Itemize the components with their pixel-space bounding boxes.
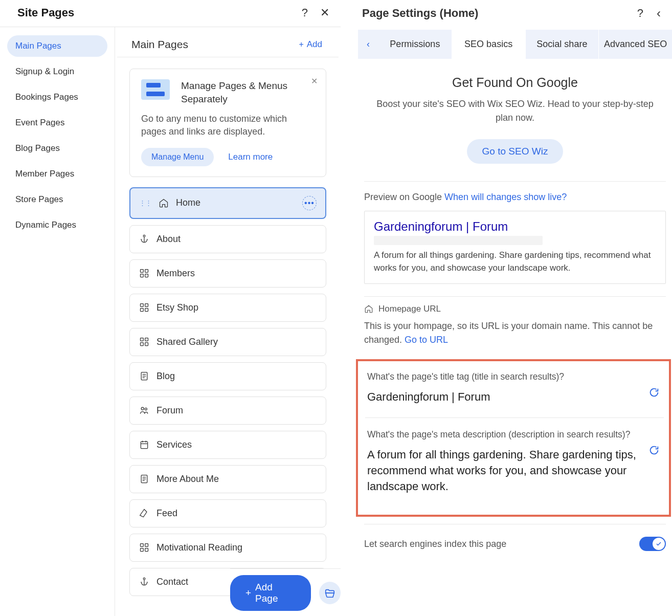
go-to-url-link[interactable]: Go to URL (405, 335, 448, 345)
page-item-etsy-shop[interactable]: Etsy Shop (129, 294, 326, 322)
preview-label: Preview on Google When will changes show… (364, 192, 666, 203)
pen-icon (139, 508, 149, 518)
tab-seo-basics[interactable]: SEO basics (452, 30, 526, 59)
google-preview-desc: A forum for all things gardening. Share … (374, 249, 656, 274)
left-header: Site Pages ? ✕ (0, 0, 341, 27)
page-icon (139, 371, 149, 381)
people-icon (139, 405, 149, 415)
info-card: ✕ Manage Pages & Menus Separately Go to … (129, 69, 326, 177)
google-preview-title: Gardeningforum | Forum (374, 219, 656, 234)
page-item-shared-gallery[interactable]: Shared Gallery (129, 328, 326, 356)
sidebar-item-blog[interactable]: Blog Pages (7, 138, 107, 159)
pages-heading: Main Pages (131, 38, 188, 51)
page-item-label: Contact (156, 577, 188, 587)
desc-reset-button[interactable] (648, 445, 661, 457)
sidebar: Main Pages Signup & Login Bookings Pages… (0, 27, 115, 616)
page-item-label: Blog (156, 371, 175, 382)
grid-icon (139, 268, 149, 278)
bottom-bar: +Add Page (230, 568, 341, 616)
page-item-label: Services (156, 439, 192, 450)
page-item-home[interactable]: ⋮⋮Home••• (129, 187, 326, 219)
page-item-label: More About Me (156, 474, 219, 485)
page-more-button[interactable]: ••• (302, 196, 317, 210)
grid-icon (139, 337, 149, 347)
right-header: Page Settings (Home) ? ‹ (358, 0, 672, 30)
title-tag-label: What's the page's title tag (title in se… (367, 371, 662, 382)
tab-permissions[interactable]: Permissions (378, 30, 452, 59)
tabs-scroll-left[interactable]: ‹ (358, 30, 378, 59)
sidebar-item-signup-login[interactable]: Signup & Login (7, 61, 107, 82)
meta-desc-value[interactable]: A forum for all things gardening. Share … (367, 447, 662, 494)
close-icon[interactable]: ✕ (320, 6, 329, 19)
drag-handle-icon[interactable]: ⋮⋮ (139, 199, 151, 207)
seo-hero: Get Found On Google Boost your site's SE… (362, 75, 668, 181)
sidebar-item-event[interactable]: Event Pages (7, 112, 107, 134)
page-list: ⋮⋮Home•••AboutMembersEtsy ShopShared Gal… (115, 187, 341, 616)
page-item-blog[interactable]: Blog (129, 362, 326, 390)
info-close-icon[interactable]: ✕ (311, 76, 318, 86)
grid-icon (139, 302, 149, 313)
add-page-link[interactable]: +Add (299, 39, 322, 50)
seo-hero-title: Get Found On Google (372, 75, 658, 90)
page-item-label: Feed (156, 508, 177, 519)
sidebar-item-dynamic[interactable]: Dynamic Pages (7, 214, 107, 236)
tab-advanced-seo[interactable]: Advanced SEO (599, 30, 672, 59)
index-toggle-row: Let search engines index this page (362, 524, 668, 551)
homepage-url-desc: This is your hompage, so its URL is your… (364, 319, 666, 347)
sidebar-item-member[interactable]: Member Pages (7, 163, 107, 185)
google-preview-section: Preview on Google When will changes show… (362, 182, 668, 296)
seo-hero-desc: Boost your site's SEO with Wix SEO Wiz. … (372, 97, 658, 125)
page-item-services[interactable]: Services (129, 431, 326, 459)
plus-icon: + (245, 587, 251, 599)
help-icon[interactable]: ? (637, 7, 643, 20)
manage-menu-button[interactable]: Manage Menu (141, 148, 214, 166)
chevron-left-icon[interactable]: ‹ (657, 6, 661, 20)
title-reset-button[interactable] (648, 387, 661, 399)
page-icon (139, 474, 149, 484)
page-item-more-about-me[interactable]: More About Me (129, 465, 326, 493)
site-pages-title: Site Pages (17, 6, 74, 19)
page-item-about[interactable]: About (129, 225, 326, 253)
grid-icon (139, 542, 149, 553)
info-title: Manage Pages & Menus Separately (181, 79, 315, 105)
page-item-members[interactable]: Members (129, 259, 326, 288)
pages-column: Main Pages +Add ✕ Manage Pages & Menus S… (115, 27, 341, 616)
meta-desc-field: What's the page's meta description (desc… (365, 427, 664, 503)
homepage-url-section: Homepage URL This is your hompage, so it… (362, 297, 668, 359)
index-toggle[interactable] (639, 537, 666, 551)
google-preview-url (374, 236, 543, 245)
meta-desc-label: What's the page's meta description (desc… (367, 429, 662, 440)
page-item-label: Etsy Shop (156, 302, 198, 313)
anchor-icon (139, 234, 149, 244)
home-icon (364, 304, 373, 314)
page-item-forum[interactable]: Forum (129, 397, 326, 425)
learn-more-link[interactable]: Learn more (228, 152, 273, 162)
page-item-label: Motivational Reading (156, 542, 242, 553)
page-item-feed[interactable]: Feed (129, 499, 326, 527)
page-settings-title: Page Settings (Home) (362, 7, 478, 20)
tabs-row: ‹ Permissions SEO basics Social share Ad… (358, 30, 672, 59)
page-item-label: Forum (156, 405, 183, 416)
plus-icon: + (299, 40, 303, 49)
anchor-icon (139, 577, 149, 587)
add-folder-button[interactable] (319, 582, 341, 604)
sidebar-item-bookings[interactable]: Bookings Pages (7, 86, 107, 108)
help-icon[interactable]: ? (302, 6, 308, 19)
sidebar-item-main-pages[interactable]: Main Pages (7, 35, 107, 57)
site-pages-panel: Site Pages ? ✕ Main Pages Signup & Login… (0, 0, 341, 616)
page-item-label: Shared Gallery (156, 337, 218, 347)
calendar-icon (139, 439, 149, 450)
title-tag-value[interactable]: Gardeningforum | Forum (367, 389, 662, 405)
changes-live-link[interactable]: When will changes show live? (444, 192, 567, 202)
tab-social-share[interactable]: Social share (526, 30, 599, 59)
title-tag-field: What's the page's title tag (title in se… (365, 369, 664, 414)
page-item-label: Members (156, 268, 195, 279)
sidebar-item-store[interactable]: Store Pages (7, 189, 107, 210)
page-item-motivational-reading[interactable]: Motivational Reading (129, 534, 326, 562)
seo-wiz-button[interactable]: Go to SEO Wiz (467, 139, 564, 164)
seo-fields-highlight: What's the page's title tag (title in se… (356, 359, 671, 517)
menu-illustration-icon (141, 79, 170, 100)
page-item-label: About (156, 234, 181, 245)
add-page-button[interactable]: +Add Page (230, 575, 311, 611)
page-settings-panel: Page Settings (Home) ? ‹ ‹ Permissions S… (358, 0, 672, 616)
